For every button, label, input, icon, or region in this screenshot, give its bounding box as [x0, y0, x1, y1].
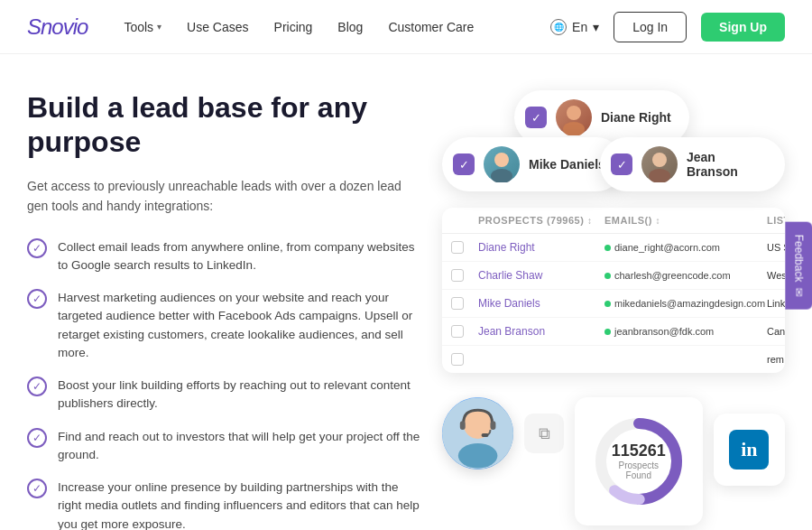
svg-point-5 — [649, 169, 670, 182]
envelope-icon: ✉ — [793, 287, 806, 296]
email-status-dot — [604, 273, 611, 279]
feature-text-2: Harvest marketing audiences on your webs… — [58, 289, 424, 362]
logo-io: io — [73, 14, 88, 39]
card-jean-name: Jean Branson — [687, 150, 767, 179]
check-icon-5: ✓ — [27, 479, 47, 498]
svg-rect-9 — [460, 421, 466, 430]
feature-text-4: Find and reach out to investors that wil… — [58, 428, 424, 465]
row-list: Western Europe Software — [767, 270, 785, 281]
feature-text-5: Increase your online presence by buildin… — [58, 479, 424, 530]
prospects-label: Prospects Found — [612, 460, 666, 480]
card-diane-name: Diane Right — [601, 110, 671, 125]
avatar-mike — [484, 146, 520, 182]
chevron-down-icon: ▾ — [157, 22, 161, 32]
checkbox-diane[interactable]: ✓ — [525, 107, 547, 128]
th-lists[interactable]: LISTS ↕ — [767, 215, 785, 226]
svg-point-8 — [458, 443, 498, 469]
donut-chart: 115261 Prospects Found — [589, 412, 688, 511]
navbar: Snovio Tools ▾ Use Cases Pricing Blog Cu… — [0, 0, 812, 54]
nav-links: Tools ▾ Use Cases Pricing Blog Customer … — [124, 20, 550, 34]
row-checkbox[interactable] — [451, 241, 464, 254]
row-name[interactable]: Jean Branson — [478, 325, 604, 338]
prospects-table: PROSPECTS (79965) ↕ EMAILS() ↕ LISTS ↕ T… — [442, 208, 785, 373]
nav-right: 🌐 En ▾ Log In Sign Up — [550, 12, 785, 42]
feature-item-4: ✓ Find and reach out to investors that w… — [27, 428, 424, 465]
svg-point-0 — [567, 106, 581, 120]
row-list: LinkedIn Web Design — [767, 298, 785, 309]
row-list: rem Europe Software — [767, 354, 785, 365]
headline: Build a lead base for any purpose — [27, 90, 424, 160]
feature-text-3: Boost your link building efforts by reac… — [58, 377, 424, 414]
feature-item-5: ✓ Increase your online presence by build… — [27, 479, 424, 530]
nav-customer-care[interactable]: Customer Care — [388, 20, 474, 34]
row-name[interactable]: Diane Right — [478, 241, 604, 254]
prospects-donut-card: 115261 Prospects Found — [575, 397, 703, 525]
avatar-diane — [556, 99, 592, 135]
feedback-label: Feedback — [793, 234, 806, 282]
linkedin-card[interactable]: in — [714, 414, 785, 486]
donut-center: 115261 Prospects Found — [612, 442, 666, 480]
checkbox-jean[interactable]: ✓ — [611, 153, 632, 175]
row-checkbox[interactable] — [451, 325, 464, 338]
check-icon-3: ✓ — [27, 377, 47, 396]
card-mike: ✓ Mike Daniels — [442, 137, 623, 191]
bottom-row: ⧉ 115261 Prospects Found — [442, 397, 785, 525]
checkbox-mike[interactable]: ✓ — [453, 153, 475, 175]
signup-button[interactable]: Sign Up — [701, 13, 785, 42]
email-status-dot — [604, 329, 611, 335]
email-status-dot — [604, 245, 611, 251]
logo-snov: Snov — [27, 14, 73, 39]
feature-item-2: ✓ Harvest marketing audiences on your we… — [27, 289, 424, 362]
table-row: Jean Branson jeanbranson@fdk.com Canada … — [442, 318, 785, 346]
svg-point-3 — [491, 169, 512, 182]
card-jean: ✓ Jean Branson — [600, 137, 785, 191]
row-list: Canada Software — [767, 326, 785, 337]
svg-point-2 — [494, 153, 509, 167]
login-button[interactable]: Log In — [614, 12, 687, 42]
logo[interactable]: Snovio — [27, 14, 88, 40]
row-checkbox[interactable] — [451, 269, 464, 282]
nav-use-cases[interactable]: Use Cases — [187, 20, 248, 34]
th-emails[interactable]: EMAILS() ↕ — [604, 215, 767, 226]
row-email: charlesh@greencode.com — [604, 270, 767, 281]
th-prospects[interactable]: PROSPECTS (79965) ↕ — [478, 215, 604, 226]
row-checkbox[interactable] — [451, 353, 464, 366]
row-list: US Software — [767, 242, 785, 253]
nav-blog[interactable]: Blog — [337, 20, 363, 34]
chevron-down-icon: ▾ — [593, 20, 599, 34]
row-checkbox[interactable] — [451, 297, 464, 310]
left-panel: Build a lead base for any purpose Get ac… — [27, 90, 424, 530]
nav-tools[interactable]: Tools ▾ — [124, 20, 161, 34]
feature-text-1: Collect email leads from anywhere online… — [58, 238, 424, 275]
prospects-count: 115261 — [612, 442, 666, 459]
feature-item-3: ✓ Boost your link building efforts by re… — [27, 377, 424, 414]
th-checkbox — [451, 215, 478, 226]
right-visual: ✓ Diane Right ✓ Mike Daniels ✓ Jean Bran… — [442, 90, 785, 530]
table-row: Charlie Shaw charlesh@greencode.com West… — [442, 262, 785, 290]
table-header: PROSPECTS (79965) ↕ EMAILS() ↕ LISTS ↕ T… — [442, 208, 785, 234]
globe-icon: 🌐 — [550, 19, 567, 35]
check-icon-4: ✓ — [27, 428, 47, 448]
check-icon-2: ✓ — [27, 289, 47, 309]
card-diane: ✓ Diane Right — [514, 90, 689, 144]
copy-button[interactable]: ⧉ — [524, 414, 564, 453]
main-content: Build a lead base for any purpose Get ac… — [0, 54, 812, 530]
check-icon-1: ✓ — [27, 238, 47, 258]
row-name[interactable]: Charlie Shaw — [478, 269, 604, 282]
row-name[interactable]: Mike Daniels — [478, 297, 604, 310]
svg-point-1 — [563, 122, 585, 135]
table-row: Diane Right diane_right@acorn.com US Sof… — [442, 234, 785, 262]
svg-rect-11 — [482, 433, 489, 437]
table-row: rem Europe Software — [442, 346, 785, 373]
nav-pricing[interactable]: Pricing — [274, 20, 313, 34]
table-row: Mike Daniels mikedaniels@amazingdesign.c… — [442, 290, 785, 318]
svg-rect-10 — [490, 421, 495, 430]
person-photo — [442, 397, 513, 470]
subtext: Get access to previously unreachable lea… — [27, 176, 424, 217]
feature-item-1: ✓ Collect email leads from anywhere onli… — [27, 238, 424, 275]
features-list: ✓ Collect email leads from anywhere onli… — [27, 238, 424, 530]
language-label: En — [572, 20, 587, 34]
row-email: jeanbranson@fdk.com — [604, 326, 767, 337]
feedback-tab[interactable]: Feedback ✉ — [786, 221, 812, 309]
language-selector[interactable]: 🌐 En ▾ — [550, 19, 599, 35]
